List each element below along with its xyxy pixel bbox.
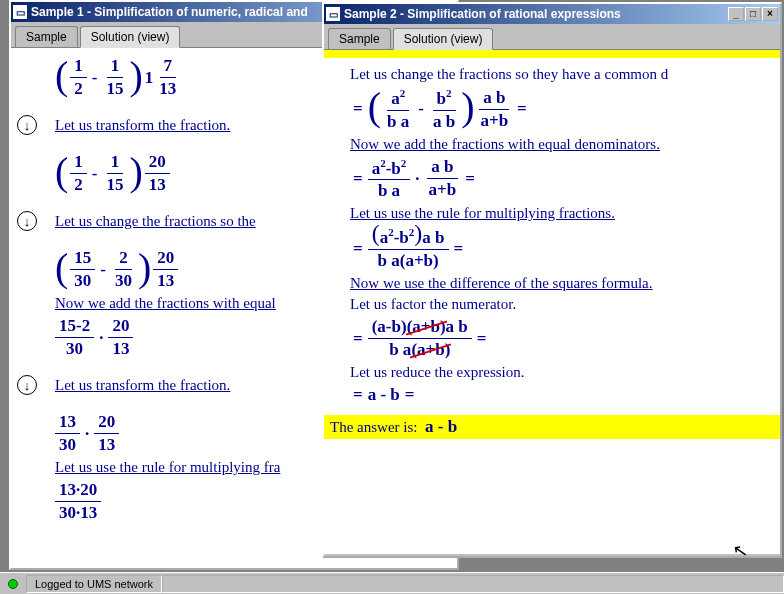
expand-step-icon[interactable]: ↓ <box>17 115 37 135</box>
step-caption: Now we use the difference of the squares… <box>350 275 776 292</box>
app-icon: ▭ <box>13 5 27 19</box>
tab-sample-1[interactable]: Sample <box>15 26 78 47</box>
close-button[interactable]: × <box>762 7 778 21</box>
answer-value: a - b <box>425 417 457 436</box>
step-caption: Let us change the fractions so they have… <box>350 66 776 83</box>
window-title-2: Sample 2 - Simplification of rational ex… <box>344 7 728 21</box>
step-caption: Let us factor the numerator. <box>350 296 776 313</box>
step-caption: Now we add the fractions with equal deno… <box>350 136 776 153</box>
window-sample-2: ▭ Sample 2 - Simplification of rational … <box>322 2 782 558</box>
tabs-2: Sample Solution (view) <box>324 24 780 50</box>
status-bar: Logged to UMS network <box>0 572 784 594</box>
step-caption: Let us reduce the expression. <box>350 364 776 381</box>
status-text: Logged to UMS network <box>26 575 162 593</box>
tab-sample-2[interactable]: Sample <box>328 28 391 49</box>
cancelled-term: (a+b) <box>411 340 450 359</box>
highlight-bar <box>324 50 780 58</box>
titlebar-2[interactable]: ▭ Sample 2 - Simplification of rational … <box>324 4 780 24</box>
answer-label: The answer is: <box>330 419 417 435</box>
answer-row: The answer is: a - b <box>324 415 780 439</box>
content-area-2[interactable]: Let us change the fractions so they have… <box>324 50 780 554</box>
tab-solution-2[interactable]: Solution (view) <box>393 28 494 50</box>
maximize-button[interactable]: □ <box>745 7 761 21</box>
minimize-button[interactable]: _ <box>728 7 744 21</box>
tab-solution-1[interactable]: Solution (view) <box>80 26 181 48</box>
expand-step-icon[interactable]: ↓ <box>17 211 37 231</box>
app-icon: ▭ <box>326 7 340 21</box>
connection-indicator-icon <box>8 579 18 589</box>
cancelled-term: (a+b) <box>407 317 446 336</box>
expand-step-icon[interactable]: ↓ <box>17 375 37 395</box>
